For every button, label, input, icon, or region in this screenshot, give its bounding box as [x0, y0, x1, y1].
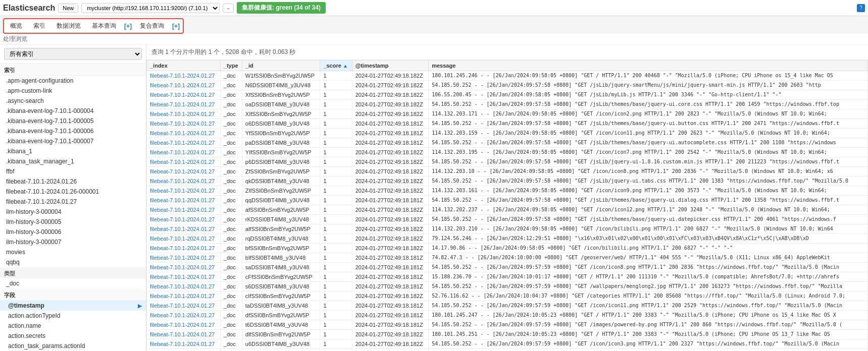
tab-basic-query[interactable]: 基本查询 — [87, 20, 121, 32]
cell-at-timestamp: 2024-01-27T02:49:18.181Z — [352, 119, 428, 129]
sidebar-index-item[interactable]: filebeat-7.10.1-2024.01.26-000001 — [0, 187, 146, 197]
dash-button[interactable]: - — [223, 4, 234, 13]
sidebar-index-item[interactable]: .kibana-event-log-7.10.1-000005 — [0, 116, 146, 126]
cell-_index: filebeat-7.10.1-2024.01.27 — [147, 129, 221, 138]
sidebar-index-item[interactable]: ilm-history-3-000005 — [0, 217, 146, 227]
table-row[interactable]: filebeat-7.10.1-2024.01.27_doctaDSSI0BT4… — [147, 301, 868, 311]
column-header-_index[interactable]: _index — [147, 61, 221, 71]
table-row[interactable]: filebeat-7.10.1-2024.01.27_docdfSSI0BnSm… — [147, 311, 868, 320]
sidebar-index-item[interactable]: movies — [0, 247, 146, 257]
sidebar-index-item[interactable]: .kibana-event-log-7.10.1-000006 — [0, 126, 146, 136]
table-row[interactable]: filebeat-7.10.1-2024.01.27_docZIfSSI0BnS… — [147, 186, 868, 196]
sidebar-field-item[interactable]: action.actionTypeId — [0, 311, 146, 321]
table-row[interactable]: filebeat-7.10.1-2024.01.27_docafSSI0BnSm… — [147, 205, 868, 215]
table-row[interactable]: filebeat-7.10.1-2024.01.27_docXfSSI0BnSm… — [147, 90, 868, 100]
table-row[interactable]: filebeat-7.10.1-2024.01.27_docqkDSSI0BT4… — [147, 177, 868, 186]
cell-_index: filebeat-7.10.1-2024.01.27 — [147, 301, 221, 311]
cell-message: 54.185.50.252 - - [26/Jan/2024:09:57:59 … — [429, 301, 868, 311]
table-row[interactable]: filebeat-7.10.1-2024.01.27_docqqDSSI0BT4… — [147, 196, 868, 205]
content-area: 查询 1 个分片中用的 1 个，5208 命中，耗时 0.063 秒 _inde… — [146, 45, 868, 351]
sidebar-index-item[interactable]: qqbq — [0, 257, 146, 267]
cell-_id: ZIfSSI0BnSmBYvg2UW5P — [242, 186, 320, 196]
sidebar-index-item[interactable]: .apm-agent-configuration — [0, 76, 146, 86]
table-row[interactable]: filebeat-7.10.1-2024.01.27_docbIfSSI0BT4… — [147, 253, 868, 263]
sidebar-index-item[interactable]: .async-search — [0, 96, 146, 106]
cell-_id: cFfSSI0BnSmBYvg2UW5P — [242, 272, 320, 282]
sidebar-index-item[interactable]: .kibana-event-log-7.10.1-000007 — [0, 136, 146, 146]
cell-_id: ZfSSI0BnSmBYvg2UW5P — [242, 167, 320, 177]
table-row[interactable]: filebeat-7.10.1-2024.01.27_docp6DSSI0BT4… — [147, 157, 868, 167]
column-header-_score[interactable]: _score ▲ — [320, 61, 352, 71]
cell-_type: _doc — [220, 311, 242, 320]
table-row[interactable]: filebeat-7.10.1-2024.01.27_docs6DSSI0BT4… — [147, 282, 868, 291]
cell-at-timestamp: 2024-01-27T02:49:18.181Z — [352, 272, 428, 282]
new-button[interactable]: New — [58, 4, 78, 13]
sidebar-field-item[interactable]: action_task_params.actionId — [0, 341, 146, 351]
table-row[interactable]: filebeat-7.10.1-2024.01.27_docN6DSSI0BT4… — [147, 81, 868, 90]
sidebar-index-item[interactable]: filebeat-7.10.1-2024.01.26 — [0, 177, 146, 187]
cell-_id: alfSSI0BnSmBYvg2UW5P — [242, 224, 320, 234]
tab-index[interactable]: 索引 — [28, 20, 50, 32]
sidebar-field-item[interactable]: @timestamp▶ — [0, 301, 146, 311]
basic-query-add[interactable]: [+] — [122, 22, 134, 31]
sidebar-index-item[interactable]: ilm-history-3-000004 — [0, 207, 146, 217]
cell-_type: _doc — [220, 291, 242, 301]
table-row[interactable]: filebeat-7.10.1-2024.01.27_docYIfSSI0BnS… — [147, 148, 868, 157]
cell-_id: XfSSI0BnSmBYvg2UW5P — [242, 90, 320, 100]
cell-_id: XIfSSI0BnSmBYvg2UW5P — [242, 109, 320, 119]
cell-_index: filebeat-7.10.1-2024.01.27 — [147, 177, 221, 186]
tab-overview[interactable]: 概览 — [5, 20, 27, 32]
table-row[interactable]: filebeat-7.10.1-2024.01.27_doccFfSSI0BnS… — [147, 272, 868, 282]
table-row[interactable]: filebeat-7.10.1-2024.01.27_doct6DSSI0BT4… — [147, 320, 868, 330]
table-row[interactable]: filebeat-7.10.1-2024.01.27_docpaDSSI0BT4… — [147, 138, 868, 148]
table-row[interactable]: filebeat-7.10.1-2024.01.27_docrqDSSI0BT4… — [147, 234, 868, 244]
column-header-_type[interactable]: _type — [220, 61, 242, 71]
tab-data-browse[interactable]: 数据浏览 — [52, 20, 86, 32]
table-row[interactable]: filebeat-7.10.1-2024.01.27_docelfSSI0BnS… — [147, 349, 868, 352]
cell-_id: bIfSSI0BT4lM8_y3UV48 — [242, 253, 320, 263]
table-row[interactable]: filebeat-7.10.1-2024.01.27_docu6DSSI0BT4… — [147, 339, 868, 349]
cluster-selector[interactable]: mycluster (http://192.168.170.111:9200/)… — [81, 3, 220, 13]
cell-_index: filebeat-7.10.1-2024.01.27 — [147, 253, 221, 263]
column-header-message[interactable]: message — [429, 61, 868, 71]
table-row[interactable]: filebeat-7.10.1-2024.01.27_docZfSSI0BnSm… — [147, 167, 868, 177]
sidebar-index-item[interactable]: .apm-custom-link — [0, 86, 146, 96]
topbar: Elasticsearch New mycluster (http://192.… — [0, 0, 868, 16]
sidebar-index-item[interactable]: ffbf — [0, 166, 146, 177]
sidebar-index-item[interactable]: .kibana_task_manager_1 — [0, 156, 146, 166]
sidebar-field-item[interactable]: action.name — [0, 321, 146, 331]
table-row[interactable]: filebeat-7.10.1-2024.01.27_docW1fSSI0BnS… — [147, 71, 868, 81]
cell-_index: filebeat-7.10.1-2024.01.27 — [147, 196, 221, 205]
column-header-_id[interactable]: _id — [242, 61, 320, 71]
table-row[interactable]: filebeat-7.10.1-2024.01.27_doccIfSSI0BnS… — [147, 291, 868, 301]
table-row[interactable]: filebeat-7.10.1-2024.01.27_docXIfSSI0BnS… — [147, 109, 868, 119]
cell-_id: paDSSI0BT4lM8_y3UV48 — [242, 138, 320, 148]
cell-message: 54.185.50.252 - - [26/Jan/2024:09:57:58 … — [429, 100, 868, 109]
cell-at-timestamp: 2024-01-27T02:49:18.182Z — [352, 71, 428, 81]
help-icon[interactable]: ? — [857, 4, 865, 12]
table-row[interactable]: filebeat-7.10.1-2024.01.27_doco6DSSI0BT4… — [147, 119, 868, 129]
table-row[interactable]: filebeat-7.10.1-2024.01.27_docYfSSI0BnSm… — [147, 129, 868, 138]
sidebar-type-item[interactable]: _doc — [0, 278, 146, 288]
cell-message: 114.132.203.10 - - [26/Jan/2024:09:58:05… — [429, 167, 868, 177]
table-row[interactable]: filebeat-7.10.1-2024.01.27_docrKDSSI0BT4… — [147, 215, 868, 224]
cell-_score: 1 — [320, 215, 352, 224]
index-selector[interactable]: 所有索引 — [4, 48, 142, 60]
sidebar-index-item[interactable]: filebeat-7.10.1-2024.01.27 — [0, 197, 146, 207]
table-row[interactable]: filebeat-7.10.1-2024.01.27_docalfSSI0BnS… — [147, 224, 868, 234]
sidebar-index-item[interactable]: .kibana_1 — [0, 146, 146, 156]
sidebar-field-item[interactable]: action.secrets — [0, 331, 146, 341]
sidebar-index-item[interactable]: ilm-history-3-000007 — [0, 237, 146, 247]
composite-query-add[interactable]: [+] — [170, 22, 182, 31]
cell-_index: filebeat-7.10.1-2024.01.27 — [147, 71, 221, 81]
cell-_index: filebeat-7.10.1-2024.01.27 — [147, 109, 221, 119]
table-row[interactable]: filebeat-7.10.1-2024.01.27_docsaDSSI0BT4… — [147, 263, 868, 272]
tab-composite-query[interactable]: 复合查询 — [135, 20, 169, 32]
sidebar-index-item[interactable]: .kibana-event-log-7.10.1-000004 — [0, 106, 146, 116]
table-row[interactable]: filebeat-7.10.1-2024.01.27_docdlfSSI0BnS… — [147, 330, 868, 339]
table-row[interactable]: filebeat-7.10.1-2024.01.27_docbfSSI0BnSm… — [147, 244, 868, 253]
cell-_score: 1 — [320, 339, 352, 349]
column-header-@timestamp[interactable]: @timestamp — [352, 61, 428, 71]
sidebar-index-item[interactable]: ilm-history-3-000006 — [0, 227, 146, 237]
table-row[interactable]: filebeat-7.10.1-2024.01.27_docoaDSSI0BT4… — [147, 100, 868, 109]
